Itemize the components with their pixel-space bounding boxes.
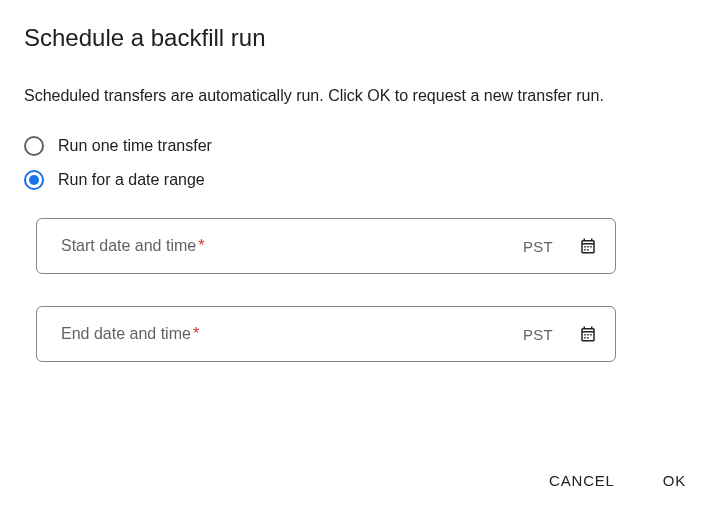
field-label: End date and time*: [61, 325, 199, 343]
radio-one-time-transfer[interactable]: Run one time transfer: [24, 136, 696, 156]
dialog-title: Schedule a backfill run: [24, 24, 696, 52]
dialog-description: Scheduled transfers are automatically ru…: [24, 84, 696, 108]
start-date-field[interactable]: Start date and time* PST: [36, 218, 616, 274]
radio-label: Run one time transfer: [58, 137, 212, 155]
calendar-icon[interactable]: [579, 237, 597, 255]
required-mark: *: [198, 237, 204, 254]
dialog-actions: CANCEL OK: [545, 464, 690, 497]
radio-label: Run for a date range: [58, 171, 205, 189]
timezone-label: PST: [523, 238, 553, 255]
radio-checked-icon: [24, 170, 44, 190]
field-label: Start date and time*: [61, 237, 204, 255]
calendar-icon[interactable]: [579, 325, 597, 343]
start-date-input[interactable]: [214, 237, 513, 255]
radio-date-range[interactable]: Run for a date range: [24, 170, 696, 190]
timezone-label: PST: [523, 326, 553, 343]
radio-unchecked-icon: [24, 136, 44, 156]
end-date-input[interactable]: [209, 325, 513, 343]
required-mark: *: [193, 325, 199, 342]
ok-button[interactable]: OK: [659, 464, 690, 497]
date-range-inputs: Start date and time* PST End date and ti…: [24, 218, 696, 362]
cancel-button[interactable]: CANCEL: [545, 464, 619, 497]
run-type-radio-group: Run one time transfer Run for a date ran…: [24, 136, 696, 190]
end-date-field[interactable]: End date and time* PST: [36, 306, 616, 362]
